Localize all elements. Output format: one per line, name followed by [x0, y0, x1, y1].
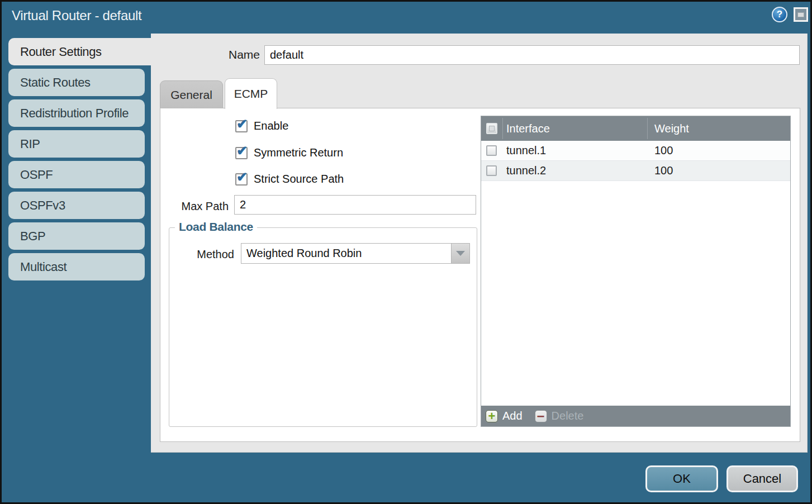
- row-checkbox[interactable]: [486, 165, 497, 176]
- virtual-router-dialog: Virtual Router - default ? Router Settin…: [0, 0, 812, 504]
- sidebar-item-router-settings[interactable]: Router Settings: [8, 38, 151, 65]
- add-button-label: Add: [502, 410, 523, 422]
- symmetric-return-checkbox-row: ✔ Symmetric Return: [235, 146, 343, 159]
- table-row[interactable]: tunnel.2 100: [481, 161, 790, 181]
- tab-ecmp[interactable]: ECMP: [225, 78, 277, 109]
- load-balance-legend: Load Balance: [175, 220, 257, 234]
- sidebar-item-ospfv3[interactable]: OSPFv3: [8, 192, 145, 219]
- window-restore-icon[interactable]: [794, 7, 808, 22]
- table-row[interactable]: tunnel.1 100: [481, 141, 790, 161]
- delete-button[interactable]: − Delete: [535, 410, 596, 422]
- name-input[interactable]: [264, 45, 800, 65]
- name-label: Name: [192, 48, 260, 61]
- dialog-title: Virtual Router - default: [12, 8, 141, 23]
- sidebar-item-bgp[interactable]: BGP: [8, 222, 145, 250]
- method-select[interactable]: Weighted Round Robin: [241, 243, 470, 264]
- interface-cell: tunnel.1: [506, 144, 546, 157]
- sidebar-item-static-routes[interactable]: Static Routes: [8, 69, 145, 96]
- load-balance-group: Load Balance Method Weighted Round Robin: [169, 227, 477, 427]
- ok-button[interactable]: OK: [645, 465, 718, 492]
- row-checkbox[interactable]: [486, 145, 497, 156]
- tab-general[interactable]: General: [160, 80, 223, 108]
- strict-source-path-checkbox-row: ✔ Strict Source Path: [235, 173, 344, 186]
- delete-icon: −: [535, 410, 547, 422]
- enable-label: Enable: [254, 120, 288, 132]
- window-restore-glyph: [797, 12, 804, 17]
- cancel-button[interactable]: Cancel: [726, 465, 798, 492]
- sidebar-item-rip[interactable]: RIP: [8, 130, 145, 158]
- enable-checkbox[interactable]: ✔: [235, 120, 248, 132]
- ecmp-tab-content: ✔ Enable ✔ Symmetric Return ✔ Strict Sou…: [160, 108, 800, 442]
- symmetric-return-checkbox[interactable]: ✔: [235, 147, 248, 159]
- weight-column-header: Weight: [654, 122, 689, 135]
- sidebar-item-ospf[interactable]: OSPF: [8, 161, 145, 188]
- sidebar-item-multicast[interactable]: Multicast: [8, 253, 145, 280]
- checkmark-icon: ✔: [236, 170, 248, 184]
- enable-checkbox-row: ✔ Enable: [235, 120, 288, 132]
- delete-button-label: Delete: [552, 410, 584, 422]
- symmetric-return-label: Symmetric Return: [254, 146, 343, 159]
- interface-cell: tunnel.2: [506, 164, 546, 177]
- select-all-checkbox[interactable]: [486, 123, 497, 134]
- weight-cell: 100: [654, 164, 673, 177]
- max-path-label: Max Path: [160, 200, 229, 213]
- max-path-input[interactable]: [234, 195, 476, 215]
- add-icon: +: [486, 410, 498, 422]
- help-icon[interactable]: ?: [772, 7, 787, 22]
- checkmark-icon: ✔: [236, 144, 248, 158]
- checkmark-icon: ✔: [236, 117, 248, 131]
- table-header: Interface Weight: [481, 116, 790, 141]
- strict-source-path-checkbox[interactable]: ✔: [235, 173, 248, 186]
- strict-source-path-label: Strict Source Path: [254, 173, 344, 186]
- ecmp-interface-table: Interface Weight tunnel.1 100 tunnel.2 1…: [481, 116, 791, 427]
- chevron-down-icon[interactable]: [451, 244, 469, 263]
- sidebar-item-redistribution-profile[interactable]: Redistribution Profile: [8, 99, 145, 127]
- method-select-value: Weighted Round Robin: [241, 247, 451, 260]
- add-button[interactable]: + Add: [486, 410, 535, 422]
- interface-column-header: Interface: [506, 122, 550, 135]
- table-footer: + Add − Delete: [481, 406, 790, 426]
- method-label: Method: [169, 248, 234, 261]
- weight-cell: 100: [654, 144, 673, 157]
